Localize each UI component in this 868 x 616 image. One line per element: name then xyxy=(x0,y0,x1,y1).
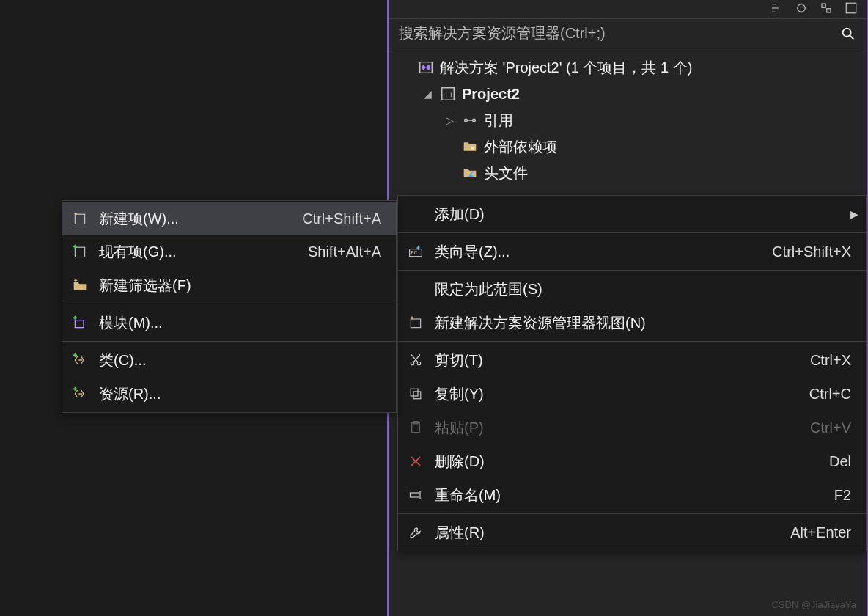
new-filter-icon xyxy=(71,276,89,294)
project-node[interactable]: ◢ ++ Project2 xyxy=(389,81,867,107)
search-icon xyxy=(840,26,856,42)
toolbar-icon[interactable] xyxy=(845,1,858,18)
submenu-class[interactable]: 类(C)... xyxy=(62,343,396,377)
svg-rect-22 xyxy=(75,320,84,328)
solution-tree: 解决方案 'Project2' (1 个项目，共 1 个) ◢ ++ Proje… xyxy=(389,48,867,192)
new-solution-view-icon xyxy=(407,314,424,331)
menu-paste: 粘贴(P)Ctrl+V xyxy=(398,411,866,444)
existing-item-icon xyxy=(71,243,89,260)
rename-icon xyxy=(407,486,424,504)
svg-point-4 xyxy=(843,28,851,36)
svg-rect-20 xyxy=(75,214,84,224)
submenu-new-filter[interactable]: 新建筛选器(F) xyxy=(62,268,396,302)
external-deps-label: 外部依赖项 xyxy=(484,137,557,157)
paste-icon xyxy=(407,419,424,436)
menu-rename[interactable]: 重命名(M)F2 xyxy=(398,478,866,512)
svg-rect-1 xyxy=(822,4,825,7)
headers-node[interactable]: 头文件 xyxy=(389,160,867,186)
menu-properties[interactable]: 属性(R)Alt+Enter xyxy=(398,516,866,549)
external-deps-node[interactable]: 外部依赖项 xyxy=(389,133,867,160)
submenu-existing-item[interactable]: 现有项(G)...Shift+Alt+A xyxy=(62,235,396,268)
class-icon xyxy=(71,351,89,369)
separator xyxy=(62,304,396,304)
menu-copy[interactable]: 复制(Y)Ctrl+C xyxy=(398,377,866,411)
references-icon xyxy=(462,112,478,128)
copy-icon xyxy=(407,385,424,403)
separator xyxy=(398,270,866,271)
svg-rect-2 xyxy=(827,8,831,12)
separator xyxy=(62,341,396,342)
menu-scope[interactable]: 限定为此范围(S) xyxy=(398,272,866,306)
menu-cut[interactable]: 剪切(T)Ctrl+X xyxy=(398,343,866,377)
separator xyxy=(398,232,866,233)
toolbar-icon[interactable] xyxy=(770,1,783,18)
menu-new-view[interactable]: 新建解决方案资源管理器视图(N) xyxy=(398,306,866,340)
add-submenu: 新建项(W)...Ctrl+Shift+A 现有项(G)...Shift+Alt… xyxy=(62,200,397,413)
properties-icon xyxy=(407,524,424,541)
project-label: Project2 xyxy=(462,86,520,103)
solution-label: 解决方案 'Project2' (1 个项目，共 1 个) xyxy=(440,58,692,78)
menu-class-wizard[interactable]: FC 类向导(Z)... Ctrl+Shift+X xyxy=(398,235,866,268)
submenu-arrow-icon: ▶ xyxy=(850,208,858,220)
toolbar-icon[interactable] xyxy=(795,1,808,18)
watermark: CSDN @JiaJiayaYa xyxy=(771,599,856,610)
module-icon xyxy=(71,314,89,331)
project-icon: ++ xyxy=(440,86,456,102)
solution-node[interactable]: 解决方案 'Project2' (1 个项目，共 1 个) xyxy=(389,54,867,81)
cut-icon xyxy=(407,351,424,369)
svg-text:FC: FC xyxy=(411,250,417,255)
folder-icon xyxy=(462,165,478,181)
solution-icon xyxy=(418,59,434,76)
menu-add[interactable]: 添加(D) ▶ xyxy=(398,197,866,231)
toolbar-icon[interactable] xyxy=(820,1,833,18)
headers-label: 头文件 xyxy=(484,164,528,183)
submenu-resource[interactable]: 资源(R)... xyxy=(62,377,396,411)
submenu-module[interactable]: 模块(M)... xyxy=(62,306,396,340)
resource-icon xyxy=(71,385,89,403)
svg-point-8 xyxy=(465,119,468,122)
svg-rect-15 xyxy=(411,389,418,396)
svg-point-0 xyxy=(798,4,806,12)
svg-rect-19 xyxy=(411,493,419,497)
new-item-icon xyxy=(71,210,89,227)
separator xyxy=(398,341,866,342)
collapse-icon[interactable]: ◢ xyxy=(421,88,434,100)
references-node[interactable]: ▷ 引用 xyxy=(389,107,867,133)
delete-icon xyxy=(407,452,424,470)
menu-delete[interactable]: 删除(D)Del xyxy=(398,444,866,478)
folder-icon xyxy=(462,139,478,155)
submenu-new-item[interactable]: 新建项(W)...Ctrl+Shift+A xyxy=(62,202,397,235)
search-placeholder: 搜索解决方案资源管理器(Ctrl+;) xyxy=(399,23,606,43)
svg-point-9 xyxy=(473,119,476,122)
svg-rect-21 xyxy=(75,247,84,257)
svg-rect-16 xyxy=(413,392,421,399)
references-label: 引用 xyxy=(484,111,513,131)
context-menu: 添加(D) ▶ FC 类向导(Z)... Ctrl+Shift+X 限定为此范围… xyxy=(397,195,867,551)
svg-rect-3 xyxy=(846,3,856,13)
svg-text:++: ++ xyxy=(444,90,454,99)
separator xyxy=(398,513,866,514)
svg-rect-12 xyxy=(411,319,420,328)
search-bar[interactable]: 搜索解决方案资源管理器(Ctrl+;) xyxy=(389,19,867,48)
panel-toolbar xyxy=(389,0,867,19)
class-wizard-icon: FC xyxy=(407,243,424,260)
expand-icon[interactable]: ▷ xyxy=(443,114,456,126)
